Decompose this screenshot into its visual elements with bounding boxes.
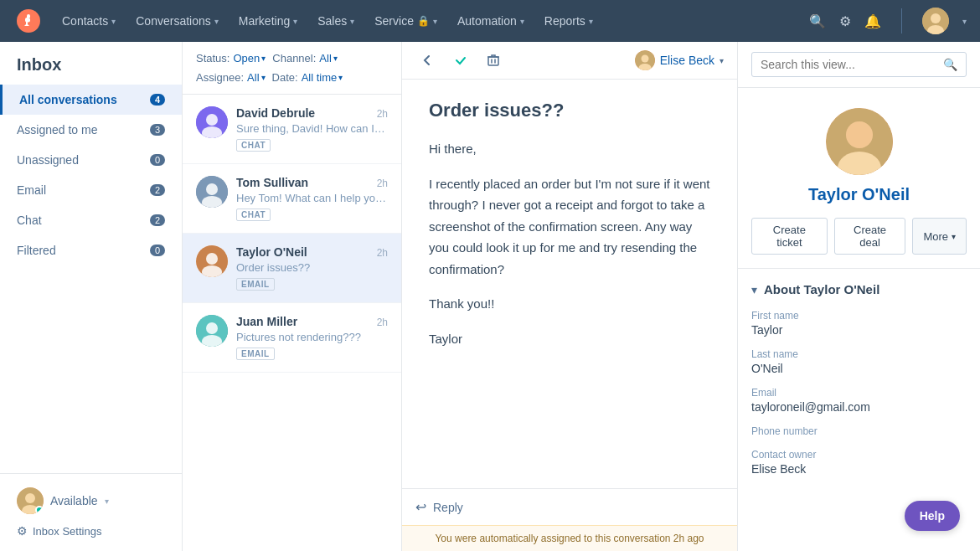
date-filter-value[interactable]: All time ▾ <box>302 71 343 84</box>
conv-time: 2h <box>377 108 388 120</box>
sales-chevron-icon: ▾ <box>350 17 354 26</box>
reports-chevron-icon: ▾ <box>589 17 593 26</box>
settings-label: Inbox Settings <box>33 525 101 538</box>
conv-name: Juan Miller <box>236 315 297 328</box>
sidebar-item-assigned-to-me[interactable]: Assigned to me 3 <box>0 115 182 145</box>
nav-utility-icons: 🔍 ⚙ 🔔 ▾ <box>809 8 967 34</box>
filter-channel: Channel: All ▾ <box>272 52 338 64</box>
sidebar-item-email[interactable]: Email 2 <box>0 175 182 205</box>
reply-icon: ↩ <box>415 499 426 515</box>
status-label: Available <box>50 494 98 507</box>
svg-point-17 <box>206 322 218 334</box>
nav-sales[interactable]: Sales ▾ <box>309 9 363 33</box>
about-title: About Taylor O'Neil <box>764 282 879 296</box>
channel-filter-value[interactable]: All ▾ <box>319 52 337 64</box>
automation-chevron-icon: ▾ <box>520 17 524 26</box>
user-status[interactable]: Available ▾ <box>17 487 165 514</box>
conv-name: Tom Sullivan <box>236 176 308 189</box>
filter-date: Date: All time ▾ <box>272 71 343 84</box>
search-area: 🔍 <box>738 42 980 88</box>
contact-field-phone-number: Phone number <box>751 425 967 437</box>
conv-name: Taylor O'Neil <box>236 245 307 259</box>
search-box: 🔍 <box>751 52 967 77</box>
right-panel: 🔍 Taylor O'Neil Create ticket Create dea… <box>737 42 980 551</box>
create-deal-button[interactable]: Create deal <box>834 218 906 255</box>
sidebar-item-chat[interactable]: Chat 2 <box>0 205 182 235</box>
conversation-item[interactable]: Juan Miller 2h Pictures not rendering???… <box>183 303 401 373</box>
user-avatar-small <box>17 487 44 514</box>
check-button[interactable] <box>449 50 472 70</box>
email-content: Order issues?? Hi there,I recently place… <box>402 80 737 488</box>
assignee-filter-label: Assignee: <box>196 71 244 84</box>
conv-preview: Hey Tom! What can I help you with? <box>236 192 388 204</box>
sidebar-item-all-conversations[interactable]: All conversations 4 <box>0 85 182 115</box>
sidebar-nav: All conversations 4 Assigned to me 3 Una… <box>0 85 182 265</box>
status-filter-value[interactable]: Open ▾ <box>233 52 266 64</box>
sidebar-item-filtered[interactable]: Filtered 0 <box>0 235 182 265</box>
search-icon[interactable]: 🔍 <box>809 13 826 29</box>
conversation-item[interactable]: Taylor O'Neil 2h Order issues?? EMAIL <box>183 234 401 303</box>
conv-preview: Sure thing, David! How can I help? <box>236 122 388 135</box>
service-lock-icon: 🔒 <box>417 15 430 27</box>
conv-tag: EMAIL <box>236 278 275 291</box>
channel-filter-label: Channel: <box>272 52 316 64</box>
contacts-chevron-icon: ▾ <box>111 17 116 26</box>
conversation-filters: Status: Open ▾ Channel: All ▾ Assignee: … <box>183 42 401 95</box>
svg-point-2 <box>931 13 941 23</box>
more-button[interactable]: More ▾ <box>912 218 967 255</box>
conversation-list: Status: Open ▾ Channel: All ▾ Assignee: … <box>183 42 402 551</box>
notifications-icon[interactable]: 🔔 <box>864 13 881 29</box>
conv-time: 2h <box>377 317 388 328</box>
email-toolbar: Elise Beck ▾ <box>402 42 737 80</box>
nav-automation[interactable]: Automation ▾ <box>449 9 533 33</box>
contact-field-last-name: Last name O'Neil <box>751 348 967 375</box>
reply-bar[interactable]: ↩ Reply <box>402 488 737 525</box>
conv-name: David Debrule <box>236 106 315 120</box>
back-button[interactable] <box>415 50 439 70</box>
conversation-items: David Debrule 2h Sure thing, David! How … <box>183 95 401 551</box>
hubspot-logo[interactable] <box>13 6 44 36</box>
conversation-item[interactable]: David Debrule 2h Sure thing, David! How … <box>183 95 401 164</box>
nav-conversations[interactable]: Conversations ▾ <box>127 9 227 33</box>
nav-contacts[interactable]: Contacts ▾ <box>54 9 124 33</box>
conversation-avatar <box>196 106 228 138</box>
about-section: ▾ About Taylor O'Neil First name Taylor … <box>738 269 980 501</box>
assignee-name: Elise Beck <box>660 54 714 67</box>
contact-name: Taylor O'Neil <box>808 185 910 204</box>
svg-point-8 <box>206 114 218 126</box>
main-layout: Inbox All conversations 4 Assigned to me… <box>0 42 980 551</box>
sidebar-item-unassigned[interactable]: Unassigned 0 <box>0 145 182 175</box>
conv-time: 2h <box>377 247 388 259</box>
sidebar: Inbox All conversations 4 Assigned to me… <box>0 42 183 551</box>
channel-chevron-icon: ▾ <box>333 54 338 63</box>
nav-service[interactable]: Service 🔒 ▾ <box>366 9 446 33</box>
contact-profile: Taylor O'Neil Create ticket Create deal … <box>738 88 980 269</box>
conv-tag: EMAIL <box>236 348 275 360</box>
search-input[interactable] <box>761 58 938 71</box>
conversation-avatar <box>196 245 228 277</box>
top-nav: Contacts ▾ Conversations ▾ Marketing ▾ S… <box>0 0 980 42</box>
assignee-chevron-icon: ▾ <box>720 56 724 65</box>
more-chevron-icon: ▾ <box>952 232 956 241</box>
search-icon: 🔍 <box>943 58 957 71</box>
assignee-avatar <box>635 50 655 70</box>
nav-reports[interactable]: Reports ▾ <box>536 9 601 33</box>
inbox-settings[interactable]: ⚙ Inbox Settings <box>17 524 165 538</box>
assignee-filter-value[interactable]: All ▾ <box>247 71 265 84</box>
settings-icon[interactable]: ⚙ <box>839 13 851 29</box>
about-header[interactable]: ▾ About Taylor O'Neil <box>751 282 967 296</box>
assignee-selector[interactable]: Elise Beck ▾ <box>635 50 724 70</box>
nav-marketing[interactable]: Marketing ▾ <box>230 9 306 33</box>
help-button[interactable]: Help <box>905 501 960 531</box>
svg-point-21 <box>641 55 648 63</box>
svg-point-5 <box>25 493 35 503</box>
create-ticket-button[interactable]: Create ticket <box>751 218 828 255</box>
nav-divider <box>901 8 902 33</box>
filter-status: Status: Open ▾ <box>196 52 266 64</box>
delete-button[interactable] <box>482 50 504 70</box>
user-avatar[interactable] <box>922 8 949 34</box>
email-subject: Order issues?? <box>429 100 710 121</box>
conv-time: 2h <box>377 178 388 189</box>
conversation-item[interactable]: Tom Sullivan 2h Hey Tom! What can I help… <box>183 164 401 234</box>
user-menu-chevron-icon[interactable]: ▾ <box>962 17 967 26</box>
